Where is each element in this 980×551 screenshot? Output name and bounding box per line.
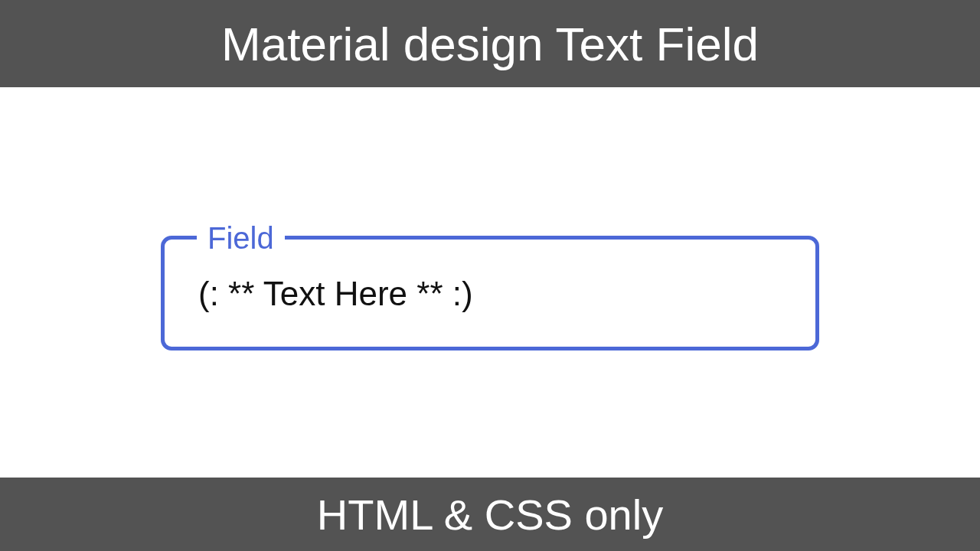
content-area: Field xyxy=(0,87,980,478)
text-field-outline: Field xyxy=(161,223,819,350)
subtitle: HTML & CSS only xyxy=(317,490,663,540)
text-field[interactable]: Field xyxy=(161,223,819,350)
page-title: Material design Text Field xyxy=(221,17,759,71)
text-field-label: Field xyxy=(197,223,285,253)
text-field-input[interactable] xyxy=(165,253,815,347)
top-banner: Material design Text Field xyxy=(0,0,980,87)
bottom-banner: HTML & CSS only xyxy=(0,478,980,551)
